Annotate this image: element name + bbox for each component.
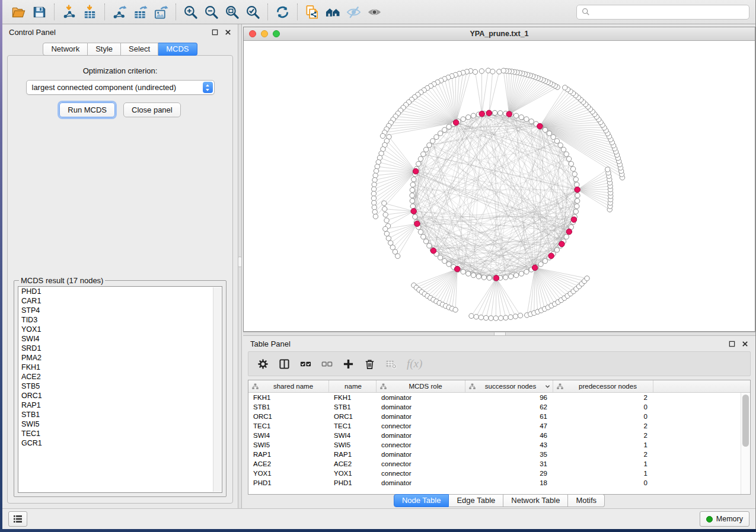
network-node[interactable]: [413, 214, 417, 219]
network-node[interactable]: [519, 115, 524, 120]
network-node[interactable]: [489, 316, 493, 321]
list-item[interactable]: YOX1: [18, 325, 222, 334]
dominator-node[interactable]: [454, 266, 460, 272]
network-node[interactable]: [375, 164, 379, 169]
network-node[interactable]: [416, 161, 421, 166]
network-node[interactable]: [469, 313, 474, 318]
network-node[interactable]: [372, 200, 377, 205]
select-all-columns-button[interactable]: [300, 358, 311, 370]
list-item[interactable]: ORC1: [18, 391, 222, 400]
tab-network-table[interactable]: Network Table: [503, 494, 568, 507]
network-node[interactable]: [427, 243, 432, 248]
network-node[interactable]: [383, 226, 388, 231]
network-node[interactable]: [573, 177, 578, 182]
list-item[interactable]: TEC1: [18, 429, 222, 438]
table-row[interactable]: YOX1YOX1connector291: [248, 469, 750, 478]
network-node[interactable]: [513, 314, 518, 319]
dominator-node[interactable]: [559, 241, 565, 247]
dominator-node[interactable]: [532, 265, 538, 271]
network-node[interactable]: [372, 178, 377, 182]
table-scrollbar[interactable]: [741, 393, 750, 494]
first-neighbors-button[interactable]: [323, 2, 343, 21]
table-row[interactable]: FKH1FKH1dominator962: [248, 393, 750, 402]
table-row[interactable]: PHD1PHD1dominator180: [248, 478, 750, 488]
minimize-window-icon[interactable]: [261, 30, 268, 37]
network-node[interactable]: [410, 204, 415, 209]
network-node[interactable]: [412, 177, 416, 182]
network-node[interactable]: [575, 182, 579, 187]
network-node[interactable]: [473, 69, 477, 74]
import-network-button[interactable]: [59, 2, 79, 21]
network-node[interactable]: [423, 147, 428, 152]
horizontal-splitter[interactable]: [243, 332, 755, 336]
network-node[interactable]: [384, 218, 389, 223]
network-node[interactable]: [380, 133, 385, 138]
network-node[interactable]: [438, 131, 442, 136]
dominator-node[interactable]: [430, 248, 436, 254]
dominator-node[interactable]: [493, 275, 499, 281]
dominator-node[interactable]: [506, 111, 512, 117]
network-node[interactable]: [493, 316, 498, 321]
dominator-node[interactable]: [548, 253, 554, 259]
network-node[interactable]: [564, 152, 569, 156]
list-item[interactable]: CAR1: [18, 296, 222, 306]
network-node[interactable]: [423, 239, 428, 243]
show-all-button[interactable]: [364, 2, 385, 21]
network-node[interactable]: [487, 275, 492, 280]
network-node[interactable]: [382, 207, 387, 211]
table-row[interactable]: STB1STB1dominator620: [248, 402, 750, 412]
network-node[interactable]: [563, 85, 567, 90]
network-node[interactable]: [388, 241, 393, 245]
dominator-node[interactable]: [411, 209, 417, 214]
table-row[interactable]: TEC1TEC1connector472: [248, 421, 750, 431]
network-node[interactable]: [430, 139, 435, 143]
network-node[interactable]: [382, 201, 387, 206]
network-node[interactable]: [461, 270, 465, 274]
list-item[interactable]: PMA2: [18, 353, 222, 363]
network-node[interactable]: [575, 204, 579, 209]
list-item[interactable]: SWI4: [18, 334, 222, 344]
table-row[interactable]: SWI4SWI4dominator462: [248, 431, 750, 440]
list-item[interactable]: TID3: [18, 315, 222, 325]
network-node[interactable]: [371, 191, 376, 196]
network-node[interactable]: [503, 275, 508, 280]
list-item[interactable]: RAP1: [18, 400, 222, 410]
network-graph[interactable]: [244, 41, 755, 331]
vertical-splitter[interactable]: [238, 24, 242, 508]
network-node[interactable]: [524, 270, 529, 274]
network-node[interactable]: [466, 115, 471, 120]
network-node[interactable]: [466, 271, 471, 276]
network-node[interactable]: [418, 229, 423, 234]
network-node[interactable]: [421, 152, 426, 156]
network-node[interactable]: [554, 248, 559, 252]
network-node[interactable]: [501, 68, 506, 73]
dominator-node[interactable]: [571, 217, 577, 223]
table-row[interactable]: RAP1RAP1dominator352: [248, 450, 750, 459]
network-node[interactable]: [497, 69, 502, 74]
close-window-icon[interactable]: [249, 30, 256, 37]
open-file-button[interactable]: [8, 2, 29, 21]
network-node[interactable]: [481, 275, 486, 280]
network-node[interactable]: [551, 134, 556, 139]
list-item[interactable]: SWI5: [18, 419, 222, 429]
task-history-button[interactable]: [8, 511, 27, 527]
network-node[interactable]: [479, 315, 483, 320]
network-node[interactable]: [395, 254, 400, 258]
network-node[interactable]: [573, 209, 578, 214]
column-header-predecessor-nodes[interactable]: predecessor nodes: [553, 380, 653, 392]
refresh-view-button[interactable]: [272, 2, 293, 21]
tab-select[interactable]: Select: [121, 43, 158, 56]
network-node[interactable]: [410, 182, 415, 187]
network-node[interactable]: [372, 210, 377, 214]
network-node[interactable]: [492, 110, 497, 115]
network-node[interactable]: [570, 166, 575, 171]
network-node[interactable]: [446, 124, 451, 129]
table-row[interactable]: ORC1ORC1dominator610: [248, 412, 750, 421]
network-node[interactable]: [434, 134, 439, 139]
splitter-grip[interactable]: [238, 257, 241, 267]
network-canvas[interactable]: [244, 41, 755, 331]
network-node[interactable]: [421, 234, 426, 239]
list-item[interactable]: STP4: [18, 306, 222, 315]
list-scrollbar[interactable]: [213, 287, 221, 492]
close-panel-icon[interactable]: [225, 29, 231, 36]
